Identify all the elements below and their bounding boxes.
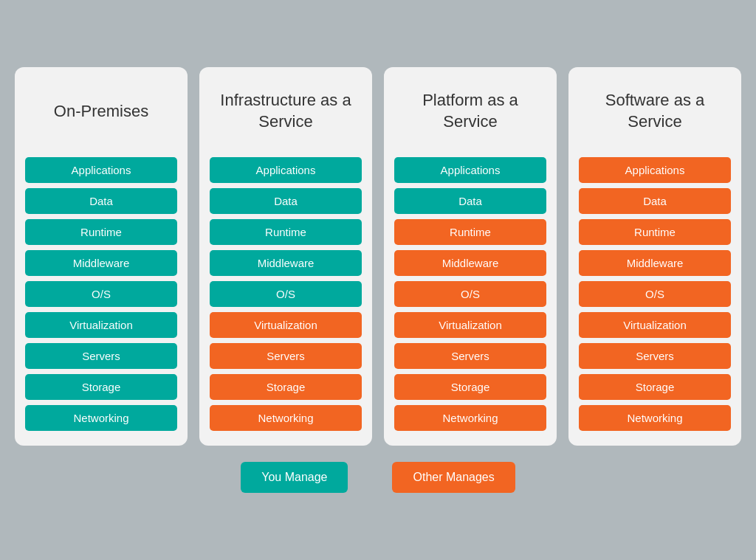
item-servers-platform-as-a-service: Servers (394, 343, 546, 369)
item-storage-software-as-a-service: Storage (579, 374, 731, 400)
item-data-on-premises: Data (25, 188, 177, 214)
column-title-platform-as-a-service: Platform as a Service (394, 82, 546, 141)
item-middleware-software-as-a-service: Middleware (579, 250, 731, 276)
item-applications-infrastructure-as-a-service: Applications (210, 157, 362, 183)
column-title-infrastructure-as-a-service: Infrastructure as a Service (210, 82, 362, 141)
item-virtualization-platform-as-a-service: Virtualization (394, 312, 546, 338)
item-runtime-infrastructure-as-a-service: Runtime (210, 219, 362, 245)
items-list-software-as-a-service: ApplicationsDataRuntimeMiddlewareO/SVirt… (579, 157, 731, 431)
item-virtualization-software-as-a-service: Virtualization (579, 312, 731, 338)
item-o-s-on-premises: O/S (25, 281, 177, 307)
items-list-on-premises: ApplicationsDataRuntimeMiddlewareO/SVirt… (25, 157, 177, 431)
you-manage-button[interactable]: You Manage (241, 462, 348, 493)
item-servers-infrastructure-as-a-service: Servers (210, 343, 362, 369)
item-o-s-software-as-a-service: O/S (579, 281, 731, 307)
item-networking-software-as-a-service: Networking (579, 405, 731, 431)
item-servers-software-as-a-service: Servers (579, 343, 731, 369)
column-card-infrastructure-as-a-service: Infrastructure as a ServiceApplicationsD… (199, 67, 372, 446)
column-card-platform-as-a-service: Platform as a ServiceApplicationsDataRun… (384, 67, 557, 446)
item-data-platform-as-a-service: Data (394, 188, 546, 214)
item-networking-on-premises: Networking (25, 405, 177, 431)
item-storage-platform-as-a-service: Storage (394, 374, 546, 400)
item-virtualization-on-premises: Virtualization (25, 312, 177, 338)
columns-row: On-PremisesApplicationsDataRuntimeMiddle… (15, 67, 741, 446)
item-storage-on-premises: Storage (25, 374, 177, 400)
item-middleware-platform-as-a-service: Middleware (394, 250, 546, 276)
column-card-software-as-a-service: Software as a ServiceApplicationsDataRun… (568, 67, 741, 446)
item-runtime-software-as-a-service: Runtime (579, 219, 731, 245)
item-runtime-platform-as-a-service: Runtime (394, 219, 546, 245)
item-o-s-infrastructure-as-a-service: O/S (210, 281, 362, 307)
item-networking-platform-as-a-service: Networking (394, 405, 546, 431)
column-title-on-premises: On-Premises (54, 82, 148, 141)
column-card-on-premises: On-PremisesApplicationsDataRuntimeMiddle… (15, 67, 188, 446)
item-virtualization-infrastructure-as-a-service: Virtualization (210, 312, 362, 338)
item-servers-on-premises: Servers (25, 343, 177, 369)
item-networking-infrastructure-as-a-service: Networking (210, 405, 362, 431)
item-applications-on-premises: Applications (25, 157, 177, 183)
main-container: On-PremisesApplicationsDataRuntimeMiddle… (15, 67, 741, 493)
items-list-platform-as-a-service: ApplicationsDataRuntimeMiddlewareO/SVirt… (394, 157, 546, 431)
item-o-s-platform-as-a-service: O/S (394, 281, 546, 307)
item-data-infrastructure-as-a-service: Data (210, 188, 362, 214)
item-applications-platform-as-a-service: Applications (394, 157, 546, 183)
legend-row: You Manage Other Manages (15, 462, 741, 493)
item-applications-software-as-a-service: Applications (579, 157, 731, 183)
item-storage-infrastructure-as-a-service: Storage (210, 374, 362, 400)
item-runtime-on-premises: Runtime (25, 219, 177, 245)
other-manages-button[interactable]: Other Manages (392, 462, 515, 493)
item-data-software-as-a-service: Data (579, 188, 731, 214)
column-title-software-as-a-service: Software as a Service (579, 82, 731, 141)
item-middleware-on-premises: Middleware (25, 250, 177, 276)
item-middleware-infrastructure-as-a-service: Middleware (210, 250, 362, 276)
items-list-infrastructure-as-a-service: ApplicationsDataRuntimeMiddlewareO/SVirt… (210, 157, 362, 431)
